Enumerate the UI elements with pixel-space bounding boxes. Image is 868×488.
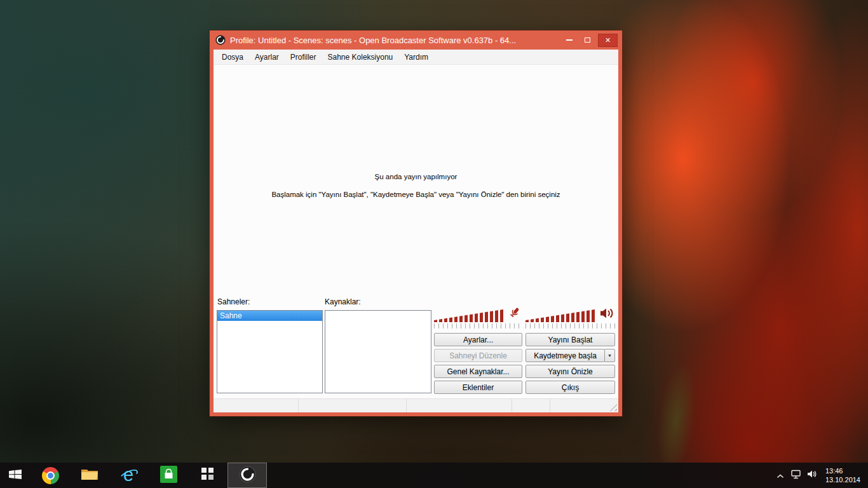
tray-chevron-button[interactable] (773, 463, 789, 488)
mic-volume-slider[interactable] (434, 323, 522, 329)
taskbar: e (0, 463, 868, 488)
status-message-line1: Şu anda yayın yapılmıyor (214, 173, 618, 180)
taskbar-store-button[interactable] (149, 463, 188, 488)
chrome-icon (42, 467, 59, 484)
status-segment (512, 399, 550, 412)
menu-item-profiller[interactable]: Profiller (285, 50, 322, 64)
dropdown-arrow-icon: ▼ (607, 353, 612, 358)
status-segment (214, 399, 299, 412)
obs-window: Profile: Untitled - Scenes: scenes - Ope… (210, 30, 622, 416)
window-title: Profile: Untitled - Scenes: scenes - Ope… (230, 36, 560, 45)
taskbar-ie-button[interactable]: e (109, 463, 149, 488)
volume-icon (807, 470, 817, 481)
taskbar-file-explorer-button[interactable] (70, 463, 109, 488)
menubar: Dosya Ayarlar Profiller Sahne Koleksiyon… (214, 50, 618, 65)
chevron-up-icon (776, 470, 784, 481)
system-tray: 13:46 13.10.2014 (773, 463, 868, 488)
speaker-icon[interactable] (599, 306, 615, 320)
global-sources-button[interactable]: Genel Kaynaklar... (434, 365, 522, 378)
app-grid-icon (200, 466, 216, 485)
clock-date: 13.10.2014 (825, 475, 860, 484)
preview-stream-button[interactable]: Yayını Önizle (526, 365, 615, 378)
obs-logo-icon (215, 35, 226, 45)
internet-explorer-icon: e (119, 466, 139, 485)
recording-dropdown-button[interactable]: ▼ (604, 349, 615, 362)
minimize-icon (566, 39, 573, 41)
sources-listbox[interactable] (325, 310, 431, 393)
window-controls: ✕ (560, 30, 622, 50)
sources-label: Kaynaklar: (325, 297, 361, 306)
menu-item-yardim[interactable]: Yardım (398, 50, 434, 64)
window-client-area: Dosya Ayarlar Profiller Sahne Koleksiyon… (214, 50, 618, 412)
status-segment (407, 399, 512, 412)
status-bar (214, 398, 618, 412)
menu-item-sahne-koleksiyonu[interactable]: Sahne Koleksiyonu (322, 50, 399, 64)
mic-volume-meter (434, 309, 505, 322)
exit-button[interactable]: Çıkış (526, 381, 615, 394)
speaker-volume-meter (526, 309, 597, 322)
speaker-volume-slider[interactable] (526, 323, 615, 329)
status-segment (550, 399, 618, 412)
taskbar-app-button[interactable] (188, 463, 227, 488)
scene-list-item[interactable]: Sahne (217, 311, 322, 321)
windows-logo-icon (9, 470, 22, 482)
status-message-line2: Başlamak için "Yayını Başlat", "Kaydetme… (214, 191, 618, 198)
taskbar-obs-button[interactable] (227, 463, 267, 488)
close-button[interactable]: ✕ (598, 34, 618, 47)
tray-volume-button[interactable] (804, 463, 820, 488)
titlebar[interactable]: Profile: Untitled - Scenes: scenes - Ope… (210, 30, 622, 50)
start-recording-button[interactable]: Kaydetmeye başla (526, 349, 605, 362)
tray-clock[interactable]: 13:46 13.10.2014 (820, 466, 868, 484)
scenes-label: Sahneler: (217, 297, 250, 306)
network-icon (791, 470, 802, 482)
scenes-listbox[interactable]: Sahne (217, 310, 323, 393)
folder-icon (81, 468, 98, 484)
start-stream-button[interactable]: Yayını Başlat (526, 333, 615, 346)
windows-store-icon (160, 466, 177, 485)
maximize-button[interactable] (578, 34, 597, 47)
close-icon: ✕ (605, 36, 611, 44)
plugins-button[interactable]: Eklentiler (434, 381, 522, 394)
settings-button[interactable]: Ayarlar... (434, 333, 522, 346)
maximize-icon (585, 37, 590, 43)
start-recording-split-button: Kaydetmeye başla ▼ (526, 349, 615, 362)
start-button[interactable] (0, 463, 31, 488)
menu-item-ayarlar[interactable]: Ayarlar (249, 50, 285, 64)
clock-time: 13:46 (825, 466, 860, 475)
menu-item-dosya[interactable]: Dosya (216, 50, 249, 64)
tray-network-button[interactable] (789, 463, 804, 488)
workspace: Şu anda yayın yapılmıyor Başlamak için "… (214, 65, 618, 412)
obs-icon (239, 466, 256, 485)
taskbar-chrome-button[interactable] (31, 463, 70, 488)
minimize-button[interactable] (560, 34, 578, 47)
microphone-icon[interactable] (507, 306, 521, 322)
status-segment (299, 399, 407, 412)
edit-scene-button[interactable]: Sahneyi Düzenle (434, 349, 522, 362)
